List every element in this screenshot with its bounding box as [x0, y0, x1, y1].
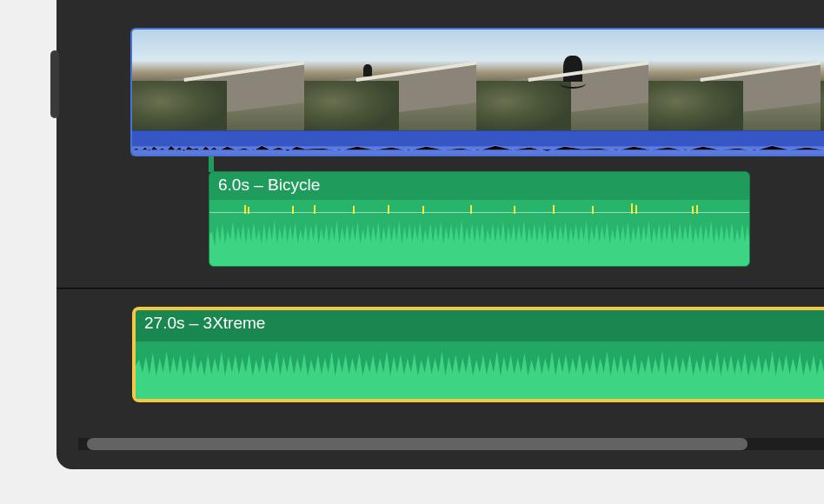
beat-marker [422, 206, 424, 214]
video-thumbnail [476, 30, 648, 132]
beat-marker [514, 206, 515, 214]
beat-marker [692, 206, 694, 214]
beat-marker [244, 205, 246, 214]
beat-marker [635, 205, 637, 214]
track-divider [56, 288, 824, 289]
horizontal-scrollbar[interactable] [78, 438, 824, 450]
video-thumbnail [821, 30, 824, 132]
audio-waveform [209, 200, 749, 266]
timeline-panel: 6.0s – Bicycle [56, 0, 824, 469]
video-thumbnails [132, 30, 824, 132]
beat-marker [631, 203, 633, 214]
scrollbar-thumb[interactable] [87, 438, 748, 450]
video-clip[interactable] [130, 28, 824, 156]
clip-connector [209, 156, 214, 172]
beat-marker [592, 206, 594, 214]
beat-marker [388, 205, 389, 214]
clip-label: 27.0s – 3Xtreme [144, 314, 265, 333]
beat-marker [248, 207, 249, 214]
video-thumbnail [304, 30, 476, 132]
volume-line[interactable] [209, 212, 749, 213]
audio-clip-bicycle[interactable]: 6.0s – Bicycle [209, 171, 750, 267]
beat-marker [314, 205, 316, 214]
beat-marker [696, 205, 698, 214]
audio-clip-3xtreme[interactable]: 27.0s – 3Xtreme [132, 307, 824, 402]
video-thumbnail [132, 30, 304, 132]
clip-label: 6.0s – Bicycle [218, 176, 320, 195]
beat-marker [353, 206, 355, 214]
audio-waveform [136, 342, 824, 399]
timeline-area[interactable]: 6.0s – Bicycle [56, 0, 824, 469]
beat-marker [470, 205, 472, 214]
video-audio-waveform [132, 130, 824, 155]
beat-marker [553, 205, 555, 214]
video-thumbnail [648, 30, 821, 132]
beat-marker [292, 206, 294, 214]
